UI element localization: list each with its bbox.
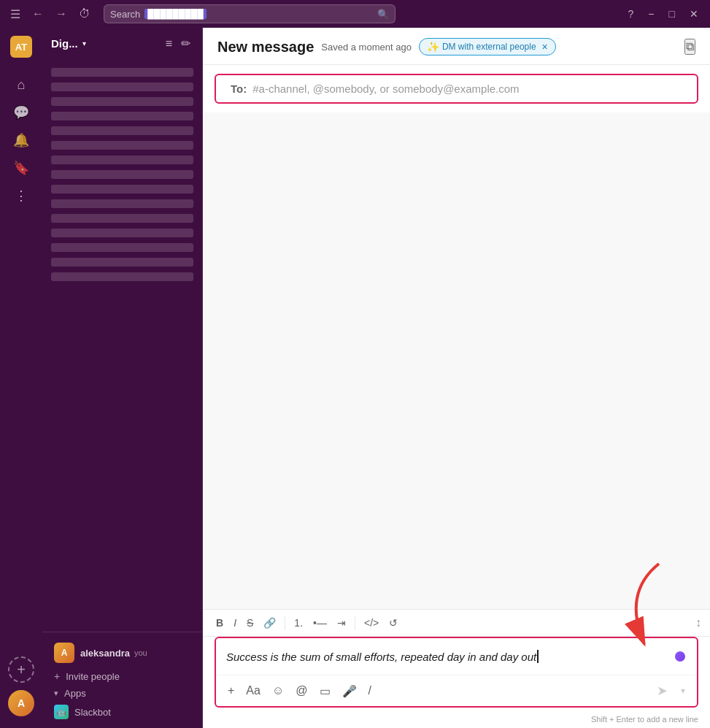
send-dropdown-button[interactable]: ▾ <box>676 683 690 699</box>
apps-chevron-icon: ▾ <box>54 689 58 698</box>
sidebar-bottom: A aleksandra you + Invite people ▾ Apps … <box>42 632 202 728</box>
user-name: aleksandra <box>80 648 130 659</box>
workspace-header[interactable]: Dig... ▾ ≡ ✏ <box>42 28 202 59</box>
blurred-channel-6 <box>51 141 193 150</box>
send-button[interactable]: ➤ <box>651 680 674 702</box>
bullet-list-icon: •— <box>313 617 327 629</box>
text-format-icon: Aa <box>246 684 261 697</box>
resize-handle[interactable]: ↕ <box>695 616 701 629</box>
to-field[interactable]: To: #a-channel, @somebody, or somebody@e… <box>215 74 698 104</box>
italic-button[interactable]: I <box>229 614 241 632</box>
indent-button[interactable]: ⇥ <box>333 614 350 632</box>
message-input-text[interactable]: Success is the sum of small efforts, rep… <box>216 638 697 675</box>
link-icon: 🔗 <box>263 617 276 629</box>
messages-icon: 💬 <box>13 104 29 120</box>
more-format-button[interactable]: ↺ <box>385 614 402 632</box>
emoji-button[interactable]: ☺ <box>268 681 288 700</box>
more-nav-icon[interactable]: ⋮ <box>8 183 34 209</box>
strikethrough-icon: S <box>247 617 253 629</box>
blurred-channel-11 <box>51 214 193 223</box>
bookmark-icon: 🔖 <box>13 160 29 176</box>
hamburger-button[interactable]: ☰ <box>6 4 25 24</box>
dm-badge-label: DM with external people <box>442 42 536 52</box>
back-icon: ← <box>32 7 44 20</box>
add-workspace-button[interactable]: + <box>8 656 34 683</box>
italic-icon: I <box>234 617 236 629</box>
message-input-wrapper[interactable]: Success is the sum of small efforts, rep… <box>215 637 698 708</box>
more-dots-icon: ⋮ <box>15 188 28 204</box>
bell-icon: 🔔 <box>13 132 29 148</box>
hint-text: Shift + Enter to add a new line <box>203 713 710 728</box>
blurred-channel-13 <box>51 243 193 252</box>
ordered-list-icon: 1. <box>294 617 303 629</box>
user-row[interactable]: A aleksandra you <box>51 638 193 667</box>
bold-icon: B <box>216 617 223 629</box>
search-icon: 🔍 <box>377 9 389 20</box>
bookmark-nav-icon[interactable]: 🔖 <box>8 155 34 181</box>
search-bar[interactable]: Search █████████ 🔍 <box>104 4 395 23</box>
workspace-actions: ≡ ✏ <box>163 35 193 52</box>
input-area-wrapper: Success is the sum of small efforts, rep… <box>203 637 710 713</box>
filter-button[interactable]: ≡ <box>163 35 175 52</box>
dm-badge[interactable]: ✨ DM with external people × <box>419 38 556 55</box>
search-label: Search <box>110 9 140 20</box>
close-button[interactable]: ✕ <box>684 5 704 23</box>
bullet-list-button[interactable]: •— <box>309 614 331 632</box>
current-user-avatar[interactable]: A <box>8 690 34 716</box>
slackbot-avatar: 🤖 <box>54 705 69 719</box>
blurred-channel-9 <box>51 185 193 194</box>
user-badge: you <box>134 648 147 657</box>
home-icon: ⌂ <box>18 77 26 93</box>
format-toolbar: B I S 🔗 1. •— ⇥ <box>203 609 710 637</box>
messages-nav-icon[interactable]: 💬 <box>8 99 34 126</box>
add-workspace-icon: + <box>17 662 26 678</box>
user-info: aleksandra you <box>80 648 147 659</box>
cursor-emoji-indicator <box>674 650 687 663</box>
home-nav-icon[interactable]: ⌂ <box>8 72 34 98</box>
input-actions: + Aa ☺ @ ▭ <box>216 675 697 706</box>
blurred-channel-7 <box>51 156 193 164</box>
indent-icon: ⇥ <box>337 617 346 629</box>
toolbar-divider-2 <box>355 616 355 630</box>
slackbot-row[interactable]: 🤖 Slackbot <box>51 702 193 722</box>
toolbar-divider-1 <box>285 616 285 630</box>
history-button[interactable]: ⏱ <box>74 4 95 23</box>
back-button[interactable]: ← <box>28 4 48 23</box>
search-highlight: █████████ <box>144 9 207 19</box>
channel-sidebar: Dig... ▾ ≡ ✏ A <box>42 28 203 728</box>
bell-nav-icon[interactable]: 🔔 <box>8 127 34 153</box>
link-button[interactable]: 🔗 <box>259 614 280 632</box>
workspace-icon[interactable]: AT <box>8 34 34 60</box>
ordered-list-button[interactable]: 1. <box>290 614 307 632</box>
forward-button[interactable]: → <box>51 4 72 23</box>
workspace-chevron-icon: ▾ <box>82 39 86 47</box>
bold-button[interactable]: B <box>212 614 228 632</box>
help-button[interactable]: ? <box>622 5 640 23</box>
to-input[interactable]: #a-channel, @somebody, or somebody@examp… <box>252 83 519 95</box>
workspace-name: Dig... <box>51 37 78 50</box>
shortcut-button[interactable]: / <box>364 681 376 700</box>
video-button[interactable]: ▭ <box>315 681 335 701</box>
dm-badge-close-icon[interactable]: × <box>542 41 548 53</box>
maximize-button[interactable]: □ <box>663 5 681 23</box>
minimize-button[interactable]: − <box>642 5 660 23</box>
blurred-channel-1 <box>51 68 193 77</box>
message-body[interactable] <box>203 112 710 609</box>
expand-icon: ⧉ <box>686 40 694 53</box>
expand-button[interactable]: ⧉ <box>684 39 695 55</box>
apps-row[interactable]: ▾ Apps <box>51 685 193 702</box>
blurred-channel-14 <box>51 258 193 267</box>
history-icon: ⏱ <box>79 7 90 20</box>
icon-sidebar: AT ⌂ 💬 🔔 🔖 ⋮ + A <box>0 28 42 728</box>
add-action-button[interactable]: + <box>223 681 239 700</box>
blurred-channel-15 <box>51 272 193 281</box>
compose-button[interactable]: ✏ <box>178 35 193 52</box>
audio-button[interactable]: 🎤 <box>338 681 361 701</box>
mention-button[interactable]: @ <box>291 681 312 700</box>
strikethrough-button[interactable]: S <box>242 614 258 632</box>
channel-list <box>42 59 202 632</box>
message-header: New message Saved a moment ago ✨ DM with… <box>203 28 710 65</box>
code-button[interactable]: </> <box>360 614 383 632</box>
invite-people-row[interactable]: + Invite people <box>51 667 193 685</box>
text-format-button[interactable]: Aa <box>242 681 265 700</box>
